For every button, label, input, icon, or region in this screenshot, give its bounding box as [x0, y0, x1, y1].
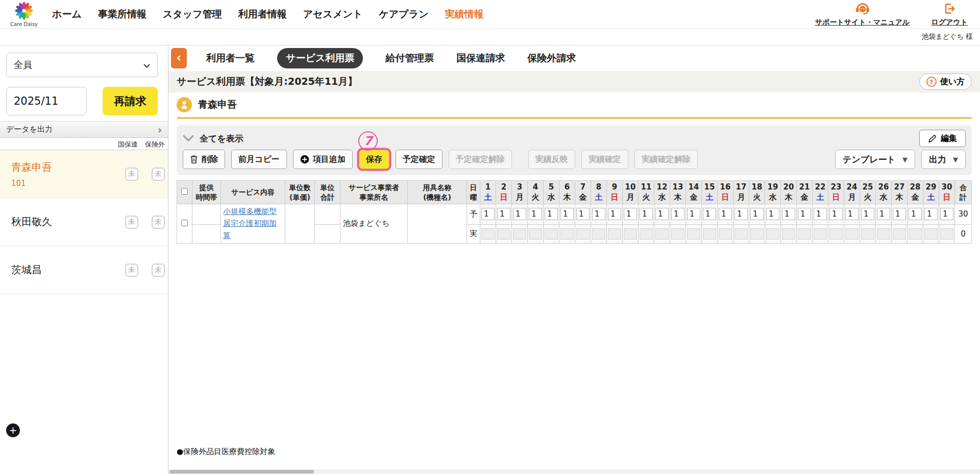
plan-day-cell[interactable]: 1	[702, 204, 718, 225]
actual-day-cell[interactable]	[892, 224, 908, 243]
actual-day-input[interactable]	[529, 228, 542, 240]
actual-day-cell[interactable]	[607, 224, 623, 243]
actual-day-cell[interactable]	[670, 224, 686, 243]
plan-day-input[interactable]: 1	[497, 208, 510, 220]
plan-day-input[interactable]: 1	[640, 208, 653, 220]
actual-day-input[interactable]	[703, 228, 716, 240]
collapse-chevron-icon[interactable]	[183, 133, 194, 144]
plan-day-input[interactable]: 1	[608, 208, 621, 220]
actual-day-cell[interactable]	[544, 224, 559, 243]
plan-day-cell[interactable]: 1	[686, 204, 702, 225]
staff-filter-select[interactable]: 全員	[6, 53, 158, 77]
scrollbar-thumb[interactable]	[169, 470, 314, 473]
plan-day-input[interactable]: 1	[655, 208, 669, 220]
plan-day-input[interactable]: 1	[877, 208, 890, 220]
plan-day-cell[interactable]: 1	[749, 204, 765, 225]
actual-day-input[interactable]	[592, 228, 605, 240]
plan-day-cell[interactable]: 1	[607, 204, 623, 225]
app-logo[interactable]: Care Daisy	[9, 1, 39, 27]
copy-prev-month-button[interactable]: 前月コピー	[231, 150, 287, 169]
plan-day-input[interactable]: 1	[592, 208, 605, 220]
plan-day-cell[interactable]: 1	[528, 204, 544, 225]
plan-day-cell[interactable]: 1	[544, 204, 559, 225]
actual-day-input[interactable]	[734, 228, 748, 240]
plan-day-cell[interactable]: 1	[908, 204, 923, 225]
plan-day-cell[interactable]: 1	[639, 204, 654, 225]
actual-day-cell[interactable]	[686, 224, 702, 243]
actual-day-cell[interactable]	[575, 224, 591, 243]
tab-4[interactable]: 国保連請求	[456, 52, 505, 65]
actual-day-input[interactable]	[940, 228, 953, 240]
actual-day-input[interactable]	[576, 228, 590, 240]
actual-day-input[interactable]	[766, 228, 779, 240]
actual-day-input[interactable]	[640, 228, 653, 240]
actual-day-cell[interactable]	[496, 224, 512, 243]
row-checkbox[interactable]	[181, 220, 188, 226]
select-all-checkbox[interactable]	[181, 188, 188, 195]
plan-day-cell[interactable]: 1	[480, 204, 496, 225]
plan-day-input[interactable]: 1	[624, 208, 637, 220]
actual-day-cell[interactable]	[908, 224, 923, 243]
show-all-label[interactable]: 全てを表示	[200, 133, 243, 145]
plan-day-input[interactable]: 1	[703, 208, 716, 220]
plan-day-cell[interactable]: 1	[512, 204, 528, 225]
service-link[interactable]: 小規模多機能型居宅介護初期加算	[223, 207, 277, 240]
plan-day-input[interactable]: 1	[893, 208, 906, 220]
user-list-item-2[interactable]: 秋田敬久未未	[0, 198, 168, 246]
actual-day-cell[interactable]	[639, 224, 654, 243]
plan-day-input[interactable]: 1	[545, 208, 558, 220]
actual-day-cell[interactable]	[813, 224, 828, 243]
plan-day-cell[interactable]: 1	[733, 204, 749, 225]
nav-item-4[interactable]: 利用者情報	[238, 8, 287, 21]
plan-day-input[interactable]: 1	[481, 208, 495, 220]
plan-day-cell[interactable]: 1	[892, 204, 908, 225]
actual-day-cell[interactable]	[797, 224, 813, 243]
actual-day-cell[interactable]	[844, 224, 860, 243]
save-button[interactable]: 保存	[359, 150, 389, 169]
help-button[interactable]: ? 使い方	[919, 74, 972, 90]
nav-item-1[interactable]: ホーム	[52, 8, 82, 21]
actual-day-input[interactable]	[829, 228, 843, 240]
plan-day-input[interactable]: 1	[529, 208, 542, 220]
plan-day-cell[interactable]: 1	[591, 204, 607, 225]
actual-day-cell[interactable]	[702, 224, 718, 243]
plan-day-cell[interactable]: 1	[496, 204, 512, 225]
plan-day-input[interactable]: 1	[766, 208, 779, 220]
actual-day-input[interactable]	[624, 228, 637, 240]
actual-day-input[interactable]	[687, 228, 700, 240]
plan-day-input[interactable]: 1	[924, 208, 938, 220]
plan-day-input[interactable]: 1	[687, 208, 700, 220]
actual-day-cell[interactable]	[623, 224, 639, 243]
actual-day-cell[interactable]	[860, 224, 876, 243]
actual-day-input[interactable]	[671, 228, 684, 240]
actual-day-cell[interactable]	[828, 224, 844, 243]
plan-day-cell[interactable]: 1	[860, 204, 876, 225]
actual-day-cell[interactable]	[876, 224, 892, 243]
edit-button[interactable]: 編集	[919, 130, 966, 147]
tab-5[interactable]: 保険外請求	[527, 52, 576, 65]
actual-day-input[interactable]	[924, 228, 938, 240]
plan-day-input[interactable]: 1	[560, 208, 574, 220]
plan-day-cell[interactable]: 1	[844, 204, 860, 225]
actual-day-input[interactable]	[719, 228, 732, 240]
plan-day-cell[interactable]: 1	[797, 204, 813, 225]
actual-day-cell[interactable]	[591, 224, 607, 243]
export-data-button[interactable]: データを出力 ›	[0, 121, 168, 138]
confirm-plan-button[interactable]: 予定確定	[396, 150, 443, 169]
support-link[interactable]: サポートサイト・マニュアル	[815, 1, 910, 27]
actual-day-cell[interactable]	[654, 224, 670, 243]
rebill-button[interactable]: 再請求	[103, 87, 158, 115]
plan-day-cell[interactable]: 1	[765, 204, 781, 225]
template-dropdown[interactable]: テンプレート ▼	[835, 150, 915, 169]
plan-day-input[interactable]: 1	[734, 208, 748, 220]
plan-day-cell[interactable]: 1	[923, 204, 939, 225]
plan-day-input[interactable]: 1	[861, 208, 874, 220]
plan-day-cell[interactable]: 1	[876, 204, 892, 225]
plan-day-cell[interactable]: 1	[939, 204, 955, 225]
actual-day-cell[interactable]	[939, 224, 955, 243]
actual-day-input[interactable]	[655, 228, 669, 240]
actual-day-input[interactable]	[861, 228, 874, 240]
actual-day-cell[interactable]	[559, 224, 575, 243]
tab-1[interactable]: 利用者一覧	[206, 52, 255, 65]
plan-day-input[interactable]: 1	[845, 208, 859, 220]
